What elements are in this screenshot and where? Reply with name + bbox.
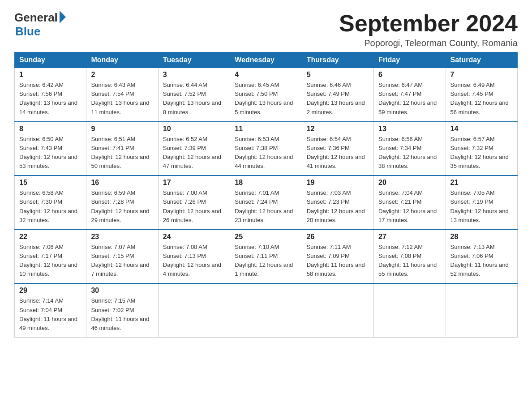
calendar-week-row: 8 Sunrise: 6:50 AM Sunset: 7:43 PM Dayli… — [15, 122, 518, 176]
table-row: 21 Sunrise: 7:05 AM Sunset: 7:19 PM Dayl… — [446, 176, 517, 230]
day-info: Sunrise: 7:10 AM Sunset: 7:11 PM Dayligh… — [235, 243, 297, 279]
table-row: 2 Sunrise: 6:43 AM Sunset: 7:54 PM Dayli… — [86, 68, 158, 122]
table-row: 11 Sunrise: 6:53 AM Sunset: 7:38 PM Dayl… — [230, 122, 302, 176]
day-info: Sunrise: 7:08 AM Sunset: 7:13 PM Dayligh… — [163, 243, 225, 279]
day-info: Sunrise: 6:44 AM Sunset: 7:52 PM Dayligh… — [163, 81, 225, 117]
table-row: 13 Sunrise: 6:56 AM Sunset: 7:34 PM Dayl… — [374, 122, 446, 176]
table-row — [446, 283, 517, 337]
table-row: 16 Sunrise: 6:59 AM Sunset: 7:28 PM Dayl… — [86, 176, 158, 230]
table-row: 1 Sunrise: 6:42 AM Sunset: 7:56 PM Dayli… — [15, 68, 86, 122]
header-friday: Friday — [374, 52, 446, 68]
table-row: 19 Sunrise: 7:03 AM Sunset: 7:23 PM Dayl… — [302, 176, 373, 230]
day-number: 2 — [91, 71, 153, 79]
day-number: 6 — [378, 71, 441, 79]
day-info: Sunrise: 7:01 AM Sunset: 7:24 PM Dayligh… — [235, 188, 297, 225]
logo-general-text: General — [14, 11, 58, 25]
day-number: 29 — [19, 287, 82, 295]
day-number: 4 — [235, 71, 297, 79]
day-info: Sunrise: 7:06 AM Sunset: 7:17 PM Dayligh… — [19, 243, 82, 279]
table-row: 22 Sunrise: 7:06 AM Sunset: 7:17 PM Dayl… — [15, 230, 86, 284]
day-info: Sunrise: 7:15 AM Sunset: 7:02 PM Dayligh… — [91, 296, 153, 333]
day-info: Sunrise: 6:45 AM Sunset: 7:50 PM Dayligh… — [235, 81, 297, 117]
table-row: 28 Sunrise: 7:13 AM Sunset: 7:06 PM Dayl… — [446, 230, 517, 284]
table-row: 7 Sunrise: 6:49 AM Sunset: 7:45 PM Dayli… — [446, 68, 517, 122]
table-row: 25 Sunrise: 7:10 AM Sunset: 7:11 PM Dayl… — [230, 230, 302, 284]
table-row — [374, 283, 446, 337]
table-row: 29 Sunrise: 7:14 AM Sunset: 7:04 PM Dayl… — [15, 283, 86, 337]
day-number: 15 — [19, 179, 82, 187]
table-row: 14 Sunrise: 6:57 AM Sunset: 7:32 PM Dayl… — [446, 122, 517, 176]
calendar-week-row: 22 Sunrise: 7:06 AM Sunset: 7:17 PM Dayl… — [15, 230, 518, 284]
header-thursday: Thursday — [302, 52, 373, 68]
header-saturday: Saturday — [446, 52, 517, 68]
table-row: 15 Sunrise: 6:58 AM Sunset: 7:30 PM Dayl… — [15, 176, 86, 230]
calendar-week-row: 29 Sunrise: 7:14 AM Sunset: 7:04 PM Dayl… — [15, 283, 518, 337]
day-info: Sunrise: 7:00 AM Sunset: 7:26 PM Dayligh… — [163, 188, 225, 225]
day-number: 17 — [163, 179, 225, 187]
day-number: 14 — [450, 125, 513, 133]
day-number: 24 — [163, 233, 225, 241]
day-info: Sunrise: 7:13 AM Sunset: 7:06 PM Dayligh… — [450, 243, 513, 279]
day-number: 21 — [450, 179, 513, 187]
day-info: Sunrise: 6:47 AM Sunset: 7:47 PM Dayligh… — [378, 81, 441, 117]
month-title: September 2024 — [339, 11, 518, 36]
logo-blue-text: Blue — [15, 25, 40, 39]
table-row: 5 Sunrise: 6:46 AM Sunset: 7:49 PM Dayli… — [302, 68, 373, 122]
day-number: 9 — [91, 125, 153, 133]
header-sunday: Sunday — [15, 52, 86, 68]
day-info: Sunrise: 6:58 AM Sunset: 7:30 PM Dayligh… — [19, 188, 82, 225]
calendar-week-row: 1 Sunrise: 6:42 AM Sunset: 7:56 PM Dayli… — [15, 68, 518, 122]
logo-arrow-icon — [60, 11, 66, 23]
day-info: Sunrise: 6:53 AM Sunset: 7:38 PM Dayligh… — [235, 135, 297, 171]
title-area: September 2024 Poporogi, Teleorman Count… — [339, 11, 518, 48]
day-info: Sunrise: 6:49 AM Sunset: 7:45 PM Dayligh… — [450, 81, 513, 117]
day-info: Sunrise: 7:05 AM Sunset: 7:19 PM Dayligh… — [450, 188, 513, 225]
table-row: 24 Sunrise: 7:08 AM Sunset: 7:13 PM Dayl… — [158, 230, 230, 284]
day-number: 7 — [450, 71, 513, 79]
day-number: 28 — [450, 233, 513, 241]
day-number: 19 — [307, 179, 369, 187]
day-info: Sunrise: 6:46 AM Sunset: 7:49 PM Dayligh… — [307, 81, 369, 117]
day-info: Sunrise: 6:52 AM Sunset: 7:39 PM Dayligh… — [163, 135, 225, 171]
day-number: 20 — [378, 179, 441, 187]
logo: General Blue — [14, 11, 66, 39]
day-number: 23 — [91, 233, 153, 241]
day-number: 18 — [235, 179, 297, 187]
day-number: 16 — [91, 179, 153, 187]
day-info: Sunrise: 6:56 AM Sunset: 7:34 PM Dayligh… — [378, 135, 441, 171]
table-row — [158, 283, 230, 337]
day-info: Sunrise: 6:42 AM Sunset: 7:56 PM Dayligh… — [19, 81, 82, 117]
table-row — [302, 283, 373, 337]
calendar-table: Sunday Monday Tuesday Wednesday Thursday… — [14, 52, 518, 338]
table-row: 26 Sunrise: 7:11 AM Sunset: 7:09 PM Dayl… — [302, 230, 373, 284]
day-number: 5 — [307, 71, 369, 79]
table-row: 8 Sunrise: 6:50 AM Sunset: 7:43 PM Dayli… — [15, 122, 86, 176]
day-number: 8 — [19, 125, 82, 133]
day-info: Sunrise: 7:04 AM Sunset: 7:21 PM Dayligh… — [378, 188, 441, 225]
day-info: Sunrise: 7:12 AM Sunset: 7:08 PM Dayligh… — [378, 243, 441, 279]
table-row: 18 Sunrise: 7:01 AM Sunset: 7:24 PM Dayl… — [230, 176, 302, 230]
day-number: 11 — [235, 125, 297, 133]
day-info: Sunrise: 6:50 AM Sunset: 7:43 PM Dayligh… — [19, 135, 82, 171]
table-row: 27 Sunrise: 7:12 AM Sunset: 7:08 PM Dayl… — [374, 230, 446, 284]
location-subtitle: Poporogi, Teleorman County, Romania — [339, 38, 518, 48]
day-info: Sunrise: 7:03 AM Sunset: 7:23 PM Dayligh… — [307, 188, 369, 225]
day-info: Sunrise: 6:43 AM Sunset: 7:54 PM Dayligh… — [91, 81, 153, 117]
page-header: General Blue September 2024 Poporogi, Te… — [14, 11, 518, 48]
day-number: 30 — [91, 287, 153, 295]
table-row: 9 Sunrise: 6:51 AM Sunset: 7:41 PM Dayli… — [86, 122, 158, 176]
day-number: 26 — [307, 233, 369, 241]
day-number: 3 — [163, 71, 225, 79]
table-row: 23 Sunrise: 7:07 AM Sunset: 7:15 PM Dayl… — [86, 230, 158, 284]
day-info: Sunrise: 7:07 AM Sunset: 7:15 PM Dayligh… — [91, 243, 153, 279]
day-number: 27 — [378, 233, 441, 241]
table-row: 3 Sunrise: 6:44 AM Sunset: 7:52 PM Dayli… — [158, 68, 230, 122]
table-row: 12 Sunrise: 6:54 AM Sunset: 7:36 PM Dayl… — [302, 122, 373, 176]
day-number: 25 — [235, 233, 297, 241]
table-row: 17 Sunrise: 7:00 AM Sunset: 7:26 PM Dayl… — [158, 176, 230, 230]
day-number: 13 — [378, 125, 441, 133]
calendar-header-row: Sunday Monday Tuesday Wednesday Thursday… — [15, 52, 518, 68]
calendar-week-row: 15 Sunrise: 6:58 AM Sunset: 7:30 PM Dayl… — [15, 176, 518, 230]
day-info: Sunrise: 6:57 AM Sunset: 7:32 PM Dayligh… — [450, 135, 513, 171]
day-info: Sunrise: 6:59 AM Sunset: 7:28 PM Dayligh… — [91, 188, 153, 225]
